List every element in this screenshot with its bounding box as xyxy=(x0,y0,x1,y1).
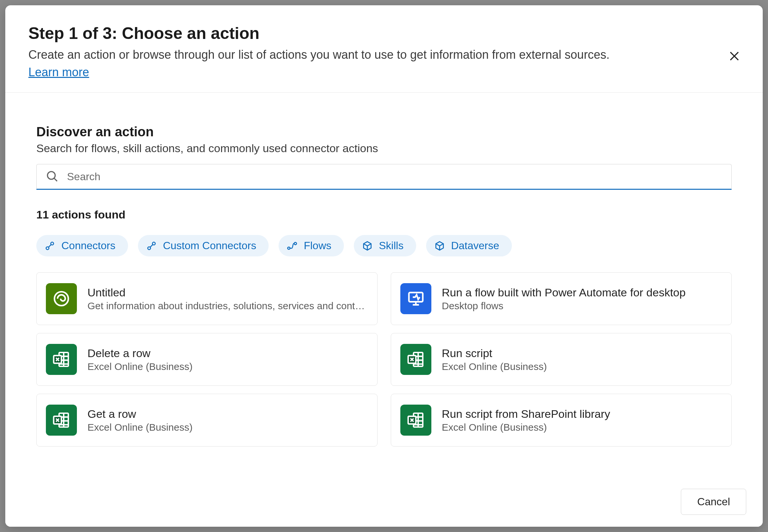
card-subtitle: Excel Online (Business) xyxy=(442,361,721,372)
chip-custom-connectors[interactable]: Custom Connectors xyxy=(138,235,269,256)
filter-chips: Connectors Custom Connectors Flows Skill… xyxy=(36,235,732,256)
dialog-title: Step 1 of 3: Choose an action xyxy=(28,24,740,43)
dialog-footer: Cancel xyxy=(5,478,763,527)
results-count: 11 actions found xyxy=(36,208,732,221)
chip-connectors[interactable]: Connectors xyxy=(36,235,128,256)
card-text: Run a flow built with Power Automate for… xyxy=(442,286,721,312)
dialog-header: Step 1 of 3: Choose an action Create an … xyxy=(5,5,763,93)
card-title: Run a flow built with Power Automate for… xyxy=(442,286,721,299)
search-input[interactable] xyxy=(36,164,732,190)
close-button[interactable] xyxy=(726,48,742,64)
card-text: Delete a row Excel Online (Business) xyxy=(87,347,367,372)
cube-icon xyxy=(362,240,373,251)
card-subtitle: Desktop flows xyxy=(442,300,721,312)
action-card[interactable]: Run script Excel Online (Business) xyxy=(391,333,732,386)
chip-label: Custom Connectors xyxy=(163,240,256,252)
connector-icon xyxy=(44,240,55,251)
chip-label: Connectors xyxy=(61,240,116,252)
action-card[interactable]: Delete a row Excel Online (Business) xyxy=(36,333,378,386)
card-title: Delete a row xyxy=(87,347,367,360)
card-subtitle: Get information about industries, soluti… xyxy=(87,300,367,312)
search-icon xyxy=(46,170,59,184)
card-text: Untitled Get information about industrie… xyxy=(87,286,367,312)
card-title: Run script xyxy=(442,347,721,360)
cancel-button[interactable]: Cancel xyxy=(681,489,746,515)
close-icon xyxy=(728,50,740,62)
excel-icon xyxy=(46,405,77,436)
card-subtitle: Excel Online (Business) xyxy=(87,361,367,372)
card-text: Get a row Excel Online (Business) xyxy=(87,408,367,433)
chip-label: Skills xyxy=(379,240,404,252)
choose-action-dialog: Step 1 of 3: Choose an action Create an … xyxy=(5,5,763,527)
chip-flows[interactable]: Flows xyxy=(279,235,344,256)
card-title: Untitled xyxy=(87,286,367,299)
action-card[interactable]: Run a flow built with Power Automate for… xyxy=(391,272,732,325)
excel-icon xyxy=(400,344,431,375)
chip-label: Flows xyxy=(304,240,331,252)
action-card[interactable]: Untitled Get information about industrie… xyxy=(36,272,378,325)
card-subtitle: Excel Online (Business) xyxy=(87,422,367,433)
desktop-flow-icon xyxy=(400,283,431,314)
cube-icon xyxy=(434,240,445,251)
discover-title: Discover an action xyxy=(36,124,732,139)
excel-icon xyxy=(400,405,431,436)
dialog-body: Discover an action Search for flows, ski… xyxy=(5,93,763,478)
search-container xyxy=(36,164,732,190)
chip-dataverse[interactable]: Dataverse xyxy=(426,235,512,256)
discover-subtitle: Search for flows, skill actions, and com… xyxy=(36,142,732,155)
card-subtitle: Excel Online (Business) xyxy=(442,422,721,433)
card-title: Get a row xyxy=(87,408,367,420)
svg-point-5 xyxy=(288,247,290,249)
connector-icon xyxy=(146,240,157,251)
card-title: Run script from SharePoint library xyxy=(442,408,721,420)
dialog-subtitle: Create an action or browse through our l… xyxy=(28,46,740,63)
action-card[interactable]: Run script from SharePoint library Excel… xyxy=(391,394,732,447)
svg-point-0 xyxy=(48,172,55,179)
action-cards: Untitled Get information about industrie… xyxy=(36,272,732,447)
chip-skills[interactable]: Skills xyxy=(354,235,416,256)
action-card[interactable]: Get a row Excel Online (Business) xyxy=(36,394,378,447)
card-text: Run script Excel Online (Business) xyxy=(442,347,721,372)
excel-icon xyxy=(46,344,77,375)
svg-point-6 xyxy=(294,242,297,245)
flow-icon xyxy=(286,240,298,251)
learn-more-link[interactable]: Learn more xyxy=(28,65,89,79)
chip-label: Dataverse xyxy=(451,240,499,252)
card-text: Run script from SharePoint library Excel… xyxy=(442,408,721,433)
swirl-icon xyxy=(46,283,77,314)
